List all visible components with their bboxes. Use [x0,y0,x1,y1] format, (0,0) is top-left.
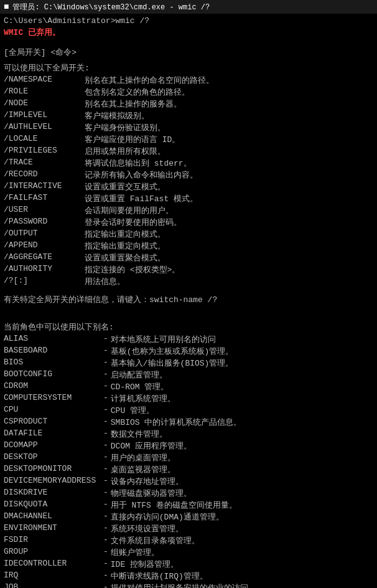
switch-name: /PRIVILEGES [4,146,85,157]
alias-separator: - [103,582,108,588]
alias-separator: - [103,452,108,463]
alias-name: DATAFILE [4,429,103,440]
switch-name: /OUTPUT [4,229,85,240]
switch-name: /RECORD [4,169,85,181]
alias-separator: - [103,346,108,357]
switch-desc: 启用或禁用所有权限。 [85,146,373,157]
alias-desc: 系统环境设置管理。 [111,523,373,534]
alias-desc: 用于 NTFS 卷的磁盘空间使用量。 [111,500,373,511]
alias-separator: - [103,535,108,546]
alias-desc: 物理磁盘驱动器管理。 [111,488,373,499]
alias-separator: - [103,429,108,440]
switch-desc: 客户端身份验证级别。 [85,122,373,133]
current-role-header: 当前角色中可以使用以下别名: [4,321,373,333]
alias-item: JOB-提供对使用计划服务安排的作业的访问。 [4,582,373,588]
alias-desc: 桌面监视器管理。 [111,464,373,475]
alias-name: IRQ [4,571,103,582]
switch-item: /AUTHLEVEL客户端身份验证级别。 [4,122,373,133]
alias-name: GROUP [4,547,103,558]
alias-desc: CPU 管理。 [111,405,373,416]
switch-item: /INTERACTIVE设置或重置交互模式。 [4,181,373,192]
alias-item: ALIAS-对本地系统上可用别名的访问 [4,334,373,345]
switch-desc: 客户端应使用的语言 ID。 [85,134,373,145]
switch-name: /TRACE [4,158,85,169]
switches-list: /NAMESPACE别名在其上操作的命名空间的路径。/ROLE包含别名定义的角色… [4,75,373,287]
switch-item: /TRACE将调试信息输出到 stderr。 [4,158,373,169]
switch-item: /PRIVILEGES启用或禁用所有权限。 [4,146,373,157]
switch-name: /APPEND [4,240,85,252]
switch-name: /AGGREGATE [4,252,85,263]
alias-desc: 启动配置管理。 [111,369,373,381]
alias-desc: 文件系统目录条项管理。 [111,535,373,546]
switch-desc: 会话期间要使用的用户。 [85,205,373,216]
switch-name: /FAILFAST [4,193,85,204]
alias-item: BOOTCONFIG-启动配置管理。 [4,369,373,381]
switch-item: /IMPLEVEL客户端模拟级别。 [4,110,373,121]
alias-name: CPU [4,405,103,416]
switch-desc: 登录会话时要使用的密码。 [85,217,373,228]
alias-separator: - [103,417,108,428]
alias-separator: - [103,464,108,475]
alias-item: BIOS-基本输入/输出服务(BIOS)管理。 [4,358,373,369]
alias-separator: - [103,547,108,558]
alias-item: ENVIRONMENT-系统环境设置管理。 [4,523,373,534]
switch-name: /AUTHLEVEL [4,122,85,133]
alias-item: CPU-CPU 管理。 [4,405,373,416]
alias-desc: 中断请求线路(IRQ)管理。 [111,571,373,582]
switch-name: /INTERACTIVE [4,181,85,192]
switch-name: /NAMESPACE [4,75,85,86]
alias-name: ALIAS [4,334,103,345]
switch-item: /AGGREGATE设置或重置聚合模式。 [4,252,373,263]
title-bar: ■ 管理员: C:\Windows\system32\cmd.exe - wmi… [0,0,377,14]
alias-separator: - [103,500,108,511]
alias-item: CSPRODUCT-SMBIOS 中的计算机系统产品信息。 [4,417,373,428]
alias-name: IDECONTROLLER [4,559,103,570]
alias-desc: CD-ROM 管理。 [111,381,373,392]
switch-item: /NODE别名在其上操作的服务器。 [4,98,373,110]
alias-item: DESKTOP-用户的桌面管理。 [4,452,373,463]
alias-name: BASEBOARD [4,346,103,357]
switch-item: /OUTPUT指定输出重定向模式。 [4,229,373,240]
switch-item: /FAILFAST设置或重置 FailFast 模式。 [4,193,373,204]
alias-name: FSDIR [4,535,103,546]
alias-item: DISKQUOTA-用于 NTFS 卷的磁盘空间使用量。 [4,500,373,511]
alias-item: DESKTOPMONITOR-桌面监视器管理。 [4,464,373,475]
alias-name: ENVIRONMENT [4,523,103,534]
switch-desc: 指定连接的 <授权类型>。 [85,264,373,275]
alias-desc: 设备内存地址管理。 [111,476,373,487]
alias-item: DEVICEMEMORYADDRESS-设备内存地址管理。 [4,476,373,487]
switch-name: /ROLE [4,87,85,98]
switch-item: /USER会话期间要使用的用户。 [4,205,373,216]
alias-item: DATAFILE-数据文件管理。 [4,429,373,440]
alias-name: CDROM [4,381,103,392]
alias-separator: - [103,369,108,381]
alias-item: DMACHANNEL-直接内存访问(DMA)通道管理。 [4,511,373,523]
alias-desc: DCOM 应用程序管理。 [111,440,373,452]
switch-name: /NODE [4,98,85,110]
switch-desc: 设置或重置 FailFast 模式。 [85,193,373,204]
alias-separator: - [103,511,108,523]
alias-name: JOB [4,582,103,588]
terminal: C:\Users\Administrator>wmic /? WMIC 已弃用。… [0,14,377,588]
alias-desc: 组账户管理。 [111,547,373,558]
alias-item: FSDIR-文件系统目录条项管理。 [4,535,373,546]
alias-name: DISKDRIVE [4,488,103,499]
switch-name: /PASSWORD [4,217,85,228]
switch-item: /APPEND指定输出重定向模式。 [4,240,373,252]
alias-name: DMACHANNEL [4,511,103,523]
global-switch-header: [全局开关] <命令> [4,47,373,58]
alias-item: CDROM-CD-ROM 管理。 [4,381,373,392]
alias-name: DISKQUOTA [4,500,103,511]
alias-separator: - [103,405,108,416]
alias-desc: 用户的桌面管理。 [111,452,373,463]
switch-desc: 指定输出重定向模式。 [85,229,373,240]
switch-item: /LOCALE客户端应使用的语言 ID。 [4,134,373,145]
alias-item: DCOMAPP-DCOM 应用程序管理。 [4,440,373,452]
switch-desc: 别名在其上操作的服务器。 [85,98,373,110]
switch-name: /?[:] [4,276,85,287]
alias-separator: - [103,334,108,345]
switch-desc: 用法信息。 [85,276,373,287]
switch-name: /IMPLEVEL [4,110,85,121]
alias-item: IRQ-中断请求线路(IRQ)管理。 [4,571,373,582]
alias-separator: - [103,440,108,452]
